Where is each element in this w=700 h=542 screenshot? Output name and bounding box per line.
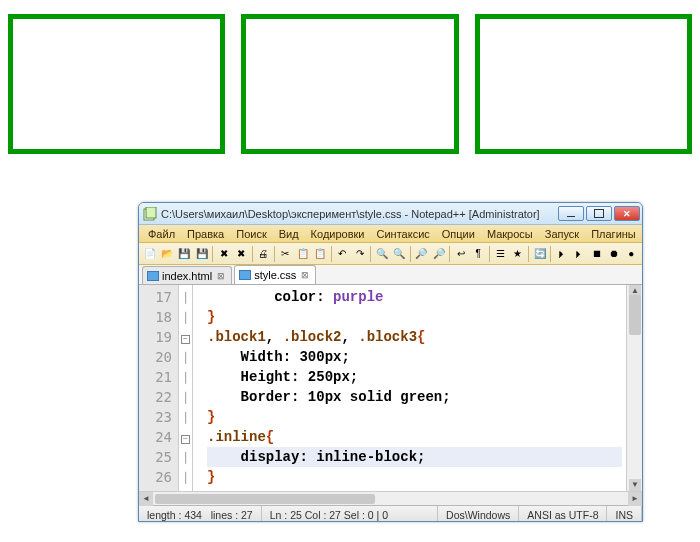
macro5-button[interactable]: ● <box>624 245 639 263</box>
status-bar: length : 434 lines : 27 Ln : 25 Col : 27… <box>139 505 642 522</box>
scroll-down-icon[interactable]: ▼ <box>629 479 641 491</box>
file-icon <box>147 271 159 281</box>
guide-button[interactable]: ☰ <box>493 245 508 263</box>
code-line[interactable]: } <box>207 407 622 427</box>
titlebar[interactable]: C:\Users\михаил\Desktop\эксперимент\styl… <box>139 203 642 225</box>
redo-button[interactable]: ↷ <box>352 245 367 263</box>
fold-cell[interactable]: │ <box>179 408 192 428</box>
macro4-button[interactable]: ⏺ <box>606 245 621 263</box>
line-number: 22 <box>139 387 172 407</box>
menu-макросы[interactable]: Макросы <box>482 228 538 240</box>
undo-button[interactable]: ↶ <box>335 245 350 263</box>
scroll-right-icon[interactable]: ► <box>628 492 642 506</box>
line-number: 25 <box>139 447 172 467</box>
showall-button[interactable]: ¶ <box>470 245 485 263</box>
fold-margin[interactable]: ││−││││−│││ <box>179 285 193 505</box>
menu-bar: ФайлПравкаПоискВидКодировкиСинтаксисОпци… <box>139 225 642 243</box>
macro3-button[interactable]: ⏹ <box>589 245 604 263</box>
code-line[interactable]: } <box>207 467 622 487</box>
demo-blocks-row <box>0 0 700 154</box>
menu-плагины[interactable]: Плагины <box>586 228 641 240</box>
status-position: Ln : 25 Col : 27 Sel : 0 | 0 <box>262 506 438 522</box>
tab-close-icon[interactable]: ⊠ <box>301 270 309 280</box>
line-number: 18 <box>139 307 172 327</box>
zoomin-button[interactable]: 🔎 <box>414 245 429 263</box>
print-button[interactable]: 🖨 <box>256 245 271 263</box>
close-window-button[interactable]: ✕ <box>614 206 640 221</box>
code-line[interactable]: color: purple <box>207 287 622 307</box>
toolbar: 📄📂💾💾✖✖🖨✂📋📋↶↷🔍🔍🔎🔎↩¶☰★🔄⏵⏵⏹⏺● <box>139 243 642 265</box>
fold-cell[interactable]: │ <box>179 288 192 308</box>
code-line[interactable]: Width: 300px; <box>207 347 622 367</box>
maximize-button[interactable] <box>586 206 612 221</box>
vertical-scrollbar[interactable]: ▲ ▼ <box>626 285 642 505</box>
closeall-button[interactable]: ✖ <box>233 245 248 263</box>
open-button[interactable]: 📂 <box>159 245 174 263</box>
saveall-button[interactable]: 💾 <box>194 245 209 263</box>
fold-cell[interactable]: │ <box>179 388 192 408</box>
code-line[interactable]: .block1, .block2, .block3{ <box>207 327 622 347</box>
tab-bar: index.html⊠style.css⊠ <box>139 265 642 285</box>
hscroll-thumb[interactable] <box>155 494 375 504</box>
line-number: 24 <box>139 427 172 447</box>
menu-правка[interactable]: Правка <box>182 228 229 240</box>
line-number: 19 <box>139 327 172 347</box>
menu-опции[interactable]: Опции <box>437 228 480 240</box>
scroll-left-icon[interactable]: ◄ <box>139 492 153 506</box>
macro1-button[interactable]: ⏵ <box>554 245 569 263</box>
code-line[interactable]: Border: 10px solid green; <box>207 387 622 407</box>
sync-button[interactable]: 🔄 <box>532 245 547 263</box>
menu-вид[interactable]: Вид <box>274 228 304 240</box>
code-line[interactable]: .inline{ <box>207 427 622 447</box>
menu-поиск[interactable]: Поиск <box>231 228 271 240</box>
file-icon <box>239 270 251 280</box>
fold-cell[interactable]: − <box>179 328 192 348</box>
replace-button[interactable]: 🔍 <box>391 245 406 263</box>
find-button[interactable]: 🔍 <box>374 245 389 263</box>
fold-cell[interactable]: │ <box>179 348 192 368</box>
close-button[interactable]: ✖ <box>216 245 231 263</box>
code-line[interactable]: display: inline-block; <box>207 447 622 467</box>
code-area[interactable]: color: purple}.block1, .block2, .block3{… <box>193 285 626 505</box>
status-length: length : 434 lines : 27 <box>139 506 262 522</box>
line-number: 20 <box>139 347 172 367</box>
menu-файл[interactable]: Файл <box>143 228 180 240</box>
new-button[interactable]: 📄 <box>142 245 157 263</box>
block-1 <box>8 14 225 154</box>
window-title: C:\Users\михаил\Desktop\эксперимент\styl… <box>161 208 558 220</box>
minimize-button[interactable] <box>558 206 584 221</box>
editor-area: 1718192021222324252627 ││−││││−│││ color… <box>139 285 642 505</box>
wrap-button[interactable]: ↩ <box>453 245 468 263</box>
code-line[interactable]: Height: 250px; <box>207 367 622 387</box>
fold-cell[interactable]: │ <box>179 308 192 328</box>
fold-cell[interactable]: − <box>179 428 192 448</box>
line-number: 26 <box>139 467 172 487</box>
cut-button[interactable]: ✂ <box>278 245 293 263</box>
tab-style-css[interactable]: style.css⊠ <box>234 265 316 284</box>
fold-cell[interactable]: │ <box>179 448 192 468</box>
menu-синтаксис[interactable]: Синтаксис <box>372 228 435 240</box>
scroll-thumb[interactable] <box>629 295 641 335</box>
zoomout-button[interactable]: 🔎 <box>431 245 446 263</box>
line-number: 21 <box>139 367 172 387</box>
svg-rect-1 <box>146 207 156 218</box>
code-line[interactable]: } <box>207 307 622 327</box>
tab-close-icon[interactable]: ⊠ <box>217 271 225 281</box>
tab-index-html[interactable]: index.html⊠ <box>142 266 232 284</box>
macro2-button[interactable]: ⏵ <box>572 245 587 263</box>
bookmark-button[interactable]: ★ <box>510 245 525 263</box>
menu-кодировки[interactable]: Кодировки <box>306 228 370 240</box>
status-encoding: ANSI as UTF-8 <box>519 506 607 522</box>
line-number-gutter: 1718192021222324252627 <box>139 285 179 505</box>
copy-button[interactable]: 📋 <box>295 245 310 263</box>
fold-cell[interactable]: │ <box>179 468 192 488</box>
status-eol: Dos\Windows <box>438 506 519 522</box>
line-number: 23 <box>139 407 172 427</box>
horizontal-scrollbar[interactable]: ◄ ► <box>139 491 642 505</box>
tab-label: style.css <box>254 269 296 281</box>
menu-запуск[interactable]: Запуск <box>540 228 584 240</box>
save-button[interactable]: 💾 <box>177 245 192 263</box>
fold-cell[interactable]: │ <box>179 368 192 388</box>
paste-button[interactable]: 📋 <box>312 245 327 263</box>
tab-label: index.html <box>162 270 212 282</box>
